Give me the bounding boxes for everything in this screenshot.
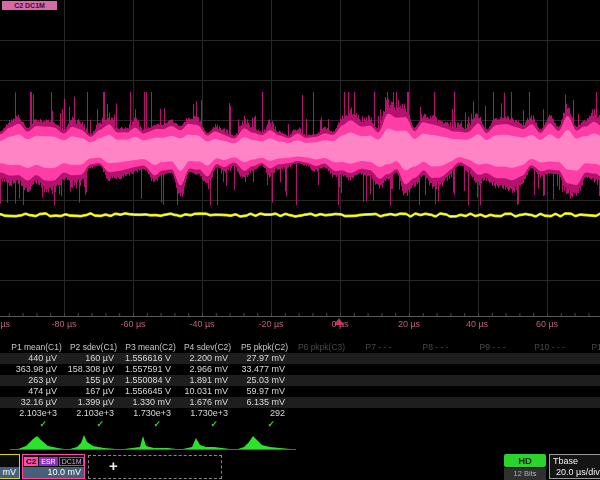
stats-header-row: P1 mean(C1)P2 sdev(C1)P3 mean(C2)P4 sdev… bbox=[0, 342, 600, 353]
stats-value-cell: 27.97 mV bbox=[236, 353, 293, 364]
stats-row-sdev: 32.16 µV1.399 µV1.330 mV1.676 mV6.135 mV bbox=[0, 397, 600, 408]
stats-table: P1 mean(C1)P2 sdev(C1)P3 mean(C2)P4 sdev… bbox=[0, 342, 600, 430]
time-tick-label: -60 µs bbox=[120, 319, 145, 329]
stats-row-mean: 363.98 µV158.308 µV1.557591 V2.966 mV33.… bbox=[0, 364, 600, 375]
stats-value-cell: 1.550084 V bbox=[122, 375, 179, 386]
stats-header-cell[interactable]: P9 - - - bbox=[464, 342, 521, 353]
stats-value-cell: 25.03 mV bbox=[236, 375, 293, 386]
stats-row-min: 263 µV155 µV1.550084 V1.891 mV25.03 mV bbox=[0, 375, 600, 386]
time-tick-label: 20 µs bbox=[398, 319, 420, 329]
stats-header-cell[interactable]: P7 - - - bbox=[350, 342, 407, 353]
c2-scale-value: 10.0 mV bbox=[23, 467, 84, 478]
histicon-row bbox=[0, 430, 600, 453]
stats-value-cell: 1.556616 V bbox=[122, 353, 179, 364]
time-tick-label: 0 µs bbox=[331, 319, 348, 329]
c1-scale-value: 10.0 mV bbox=[0, 467, 19, 478]
c2-label: C2 bbox=[24, 457, 38, 466]
stats-value-cell: 1.730e+3 bbox=[122, 408, 179, 419]
time-tick-label: -80 µs bbox=[51, 319, 76, 329]
waveform-display bbox=[0, 0, 600, 318]
stats-header-cell[interactable]: P6 pkpk(C3) bbox=[293, 342, 350, 353]
stats-value-cell: 59.97 mV bbox=[236, 386, 293, 397]
stats-value-cell: 2.103e+3 bbox=[65, 408, 122, 419]
annotation-badge: C2 DC1M bbox=[2, 1, 57, 10]
stats-header-cell[interactable]: P4 sdev(C2) bbox=[179, 342, 236, 353]
stats-value-cell: 1.556645 V bbox=[122, 386, 179, 397]
add-trace-button[interactable]: + bbox=[88, 455, 222, 479]
stats-value-cell: 10.031 mV bbox=[179, 386, 236, 397]
time-tick-label: -40 µs bbox=[189, 319, 214, 329]
stats-status-row: ✓✓✓✓✓ bbox=[0, 419, 600, 430]
checkmark-icon: ✓ bbox=[65, 419, 122, 430]
stats-value-cell: 1.730e+3 bbox=[179, 408, 236, 419]
checkmark-icon: ✓ bbox=[122, 419, 179, 430]
stats-value-cell: 363.98 µV bbox=[8, 364, 65, 375]
stats-value-cell: 1.399 µV bbox=[65, 397, 122, 408]
adc-bits-label: 12 Bits bbox=[504, 468, 546, 480]
stats-value-cell: 33.477 mV bbox=[236, 364, 293, 375]
channel-descriptor-c2[interactable]: C2 ESR DC1M 10.0 mV bbox=[22, 454, 85, 479]
c2-badge-row: C2 ESR DC1M bbox=[23, 455, 84, 467]
timebase-value: 20.0 µs/div bbox=[556, 466, 600, 478]
checkmark-icon: ✓ bbox=[8, 419, 65, 430]
stats-value-cell: 292 bbox=[236, 408, 293, 419]
stats-header-cell[interactable]: P1 mean(C1) bbox=[8, 342, 65, 353]
hd-badge: HD bbox=[504, 454, 546, 467]
stats-row-max: 474 µV167 µV1.556645 V10.031 mV59.97 mV bbox=[0, 386, 600, 397]
oscilloscope-screen: { "annotation": { "text": "C2 DC1M" }, "… bbox=[0, 0, 600, 480]
stats-value-cell: 155 µV bbox=[65, 375, 122, 386]
stats-value-cell: 167 µV bbox=[65, 386, 122, 397]
stats-header-cell[interactable]: P5 pkpk(C2) bbox=[236, 342, 293, 353]
stats-value-cell: 1.891 mV bbox=[179, 375, 236, 386]
stats-value-cell: 1.557591 V bbox=[122, 364, 179, 375]
time-tick-label: 60 µs bbox=[536, 319, 558, 329]
plus-icon: + bbox=[109, 457, 118, 474]
stats-value-cell: 2.966 mV bbox=[179, 364, 236, 375]
stats-header-cell[interactable]: P2 sdev(C1) bbox=[65, 342, 122, 353]
stats-value-cell: 1.676 mV bbox=[179, 397, 236, 408]
stats-value-cell: 32.16 µV bbox=[8, 397, 65, 408]
stats-row-value: 440 µV160 µV1.556616 V2.200 mV27.97 mV bbox=[0, 353, 600, 364]
stats-value-cell: 2.103e+3 bbox=[8, 408, 65, 419]
time-tick-label: 40 µs bbox=[466, 319, 488, 329]
stats-value-cell: 1.330 mV bbox=[122, 397, 179, 408]
stats-value-cell: 160 µV bbox=[65, 353, 122, 364]
time-tick-label: -100 µs bbox=[0, 319, 10, 329]
time-axis: -100 µs-80 µs-60 µs-40 µs-20 µs0 µs20 µs… bbox=[0, 317, 600, 332]
stats-value-cell: 158.308 µV bbox=[65, 364, 122, 375]
stats-value-cell: 440 µV bbox=[8, 353, 65, 364]
stats-header-cell[interactable]: P8 - - - bbox=[407, 342, 464, 353]
channel-descriptor-c1[interactable]: C1 DC1M 10.0 mV bbox=[0, 454, 20, 479]
stats-value-cell: 2.200 mV bbox=[179, 353, 236, 364]
c1-badge-row: C1 DC1M bbox=[0, 455, 19, 467]
time-tick-label: -20 µs bbox=[258, 319, 283, 329]
stats-value-cell: 263 µV bbox=[8, 375, 65, 386]
stats-header-cell[interactable]: P11 - - - bbox=[578, 342, 600, 353]
c2-esr-badge: ESR bbox=[39, 457, 57, 466]
stats-header-cell[interactable]: P10 - - - bbox=[521, 342, 578, 353]
stats-value-cell: 474 µV bbox=[8, 386, 65, 397]
timebase-panel[interactable]: Tbase 20.0 µs/div bbox=[549, 454, 600, 479]
checkmark-icon: ✓ bbox=[236, 419, 293, 430]
c2-coupling-badge: DC1M bbox=[59, 457, 85, 466]
stats-header-cell[interactable]: P3 mean(C2) bbox=[122, 342, 179, 353]
checkmark-icon: ✓ bbox=[179, 419, 236, 430]
bottom-bar: C1 DC1M 10.0 mV C2 ESR DC1M 10.0 mV + HD… bbox=[0, 453, 600, 480]
stats-value-cell: 6.135 mV bbox=[236, 397, 293, 408]
stats-row-num: 2.103e+32.103e+31.730e+31.730e+3292 bbox=[0, 408, 600, 419]
